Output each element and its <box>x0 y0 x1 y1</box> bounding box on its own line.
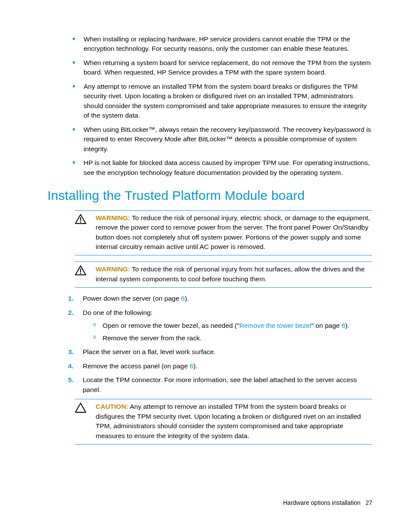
procedure-steps: Power down the server (on page 6). Do on… <box>47 294 372 395</box>
step-item: Do one of the following: Open or remove … <box>68 308 372 343</box>
step-text: ). <box>185 295 189 302</box>
warning-text: WARNING: To reduce the risk of personal … <box>96 213 372 252</box>
page-link[interactable]: 6 <box>190 362 193 370</box>
bullet-item: When using BitLocker™, always retain the… <box>73 125 372 154</box>
intro-bullet-list: When installing or replacing hardware, H… <box>47 34 372 177</box>
step-item: Power down the server (on page 6). <box>68 294 372 303</box>
step-text: Open or remove the tower bezel, as neede… <box>103 322 239 329</box>
step-text: Power down the server (on page <box>83 295 181 302</box>
warning-label: WARNING: <box>96 265 130 273</box>
svg-point-5 <box>80 273 81 274</box>
step-item: Place the server on a flat, level work s… <box>68 347 372 357</box>
warning-body: To reduce the risk of personal injury fr… <box>96 265 364 282</box>
page-link[interactable]: 6 <box>181 295 185 302</box>
warning-body: To reduce the risk of personal injury, e… <box>96 214 370 250</box>
bullet-item: HP is not liable for blocked data access… <box>73 158 372 177</box>
caution-box: CAUTION: Any attempt to remove an instal… <box>75 399 372 445</box>
warning-label: WARNING: <box>96 214 130 221</box>
bullet-item: When installing or replacing hardware, H… <box>73 34 372 54</box>
caution-body: Any attempt to remove an installed TPM f… <box>96 403 361 439</box>
warning-box: WARNING: To reduce the risk of personal … <box>75 261 372 288</box>
warning-icon <box>75 213 96 224</box>
bullet-item: Any attempt to remove an installed TPM f… <box>73 82 372 121</box>
caution-label: CAUTION: <box>96 403 128 410</box>
step-text: ). <box>193 362 197 370</box>
caution-icon <box>75 402 96 413</box>
warning-icon <box>75 264 96 276</box>
section-heading: Installing the Trusted Platform Module b… <box>47 186 372 205</box>
cross-ref-link[interactable]: Remove the tower bezel <box>239 322 311 329</box>
warning-box: WARNING: To reduce the risk of personal … <box>75 210 372 256</box>
svg-point-2 <box>80 221 81 223</box>
svg-marker-6 <box>75 403 86 412</box>
substep-list: Open or remove the tower bezel, as neede… <box>83 321 372 343</box>
step-text: Remove the access panel (on page <box>83 362 190 370</box>
step-item: Remove the access panel (on page 6). <box>68 361 372 371</box>
bullet-item: When returning a system board for servic… <box>73 58 372 78</box>
document-page: When installing or replacing hardware, H… <box>0 0 411 532</box>
step-text: ). <box>345 322 349 329</box>
substep-item: Remove the server from the rack. <box>93 333 372 343</box>
substep-item: Open or remove the tower bezel, as neede… <box>93 321 372 330</box>
step-item: Locate the TPM connector. For more infor… <box>68 375 372 395</box>
page-footer: Hardware options installation 27 <box>283 498 372 507</box>
footer-page-number: 27 <box>365 499 372 506</box>
step-text: " on page <box>311 322 342 329</box>
warning-text: WARNING: To reduce the risk of personal … <box>96 264 372 284</box>
footer-section: Hardware options installation <box>283 499 361 506</box>
step-text: Do one of the following: <box>83 309 153 316</box>
caution-text: CAUTION: Any attempt to remove an instal… <box>96 402 372 441</box>
